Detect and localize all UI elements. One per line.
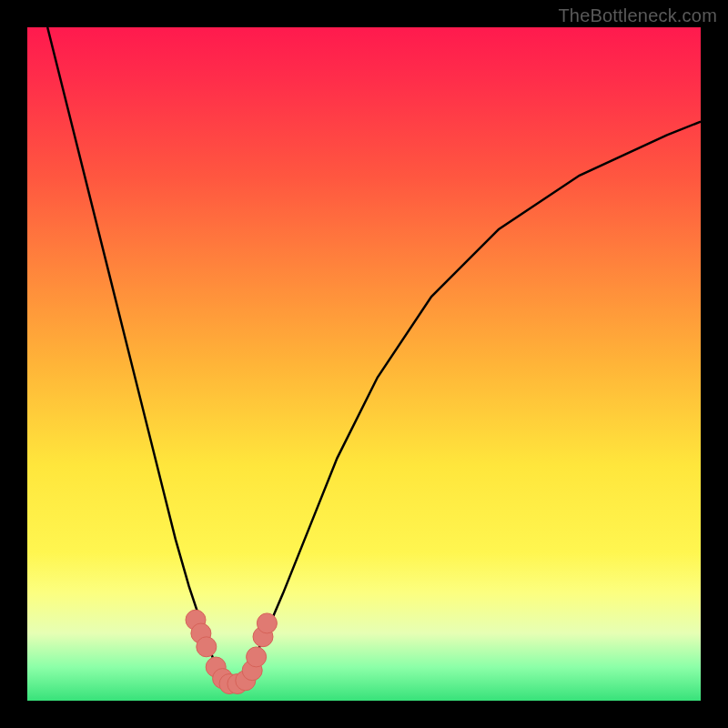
watermark-text: TheBottleneck.com — [558, 5, 717, 26]
chart-svg-overlay — [27, 27, 701, 701]
chart-marker — [247, 647, 267, 667]
chart-markers — [186, 610, 277, 693]
bottleneck-curve — [47, 27, 701, 687]
chart-marker — [197, 637, 217, 657]
chart-marker — [257, 613, 277, 633]
chart-plot-area — [27, 27, 701, 701]
